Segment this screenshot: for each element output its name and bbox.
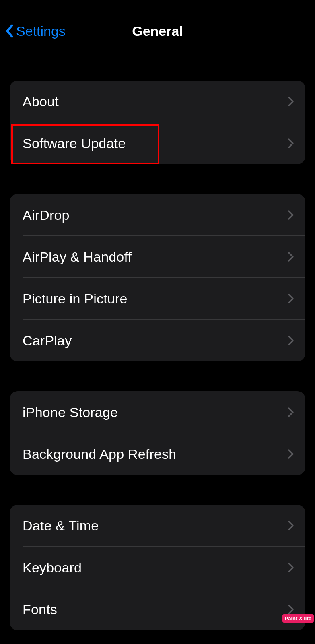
row-label: AirDrop (23, 207, 70, 223)
row-airplay-handoff[interactable]: AirPlay & Handoff (10, 236, 305, 278)
chevron-right-icon (288, 252, 294, 262)
page-title: General (132, 23, 183, 39)
row-label: Software Update (23, 136, 126, 151)
row-label: CarPlay (23, 333, 72, 349)
settings-group-2: AirDrop AirPlay & Handoff Picture in Pic… (10, 194, 305, 361)
back-label: Settings (16, 23, 66, 39)
settings-content: About Software Update AirDrop AirPlay & … (0, 80, 315, 630)
row-label: Keyboard (23, 560, 82, 576)
chevron-right-icon (288, 210, 294, 220)
chevron-right-icon (288, 407, 294, 417)
row-label: iPhone Storage (23, 405, 118, 420)
chevron-right-icon (288, 604, 294, 615)
row-label: About (23, 94, 59, 109)
row-date-time[interactable]: Date & Time (10, 505, 305, 547)
row-label: Fonts (23, 602, 57, 617)
row-iphone-storage[interactable]: iPhone Storage (10, 391, 305, 433)
navigation-bar: Settings General (0, 13, 315, 49)
settings-group-3: iPhone Storage Background App Refresh (10, 391, 305, 475)
settings-group-4: Date & Time Keyboard Fonts (10, 505, 305, 630)
row-software-update[interactable]: Software Update (10, 122, 305, 164)
row-keyboard[interactable]: Keyboard (10, 547, 305, 588)
chevron-right-icon (288, 138, 294, 149)
chevron-right-icon (288, 562, 294, 573)
row-fonts[interactable]: Fonts (10, 588, 305, 630)
watermark-badge: Paint X lite (282, 614, 314, 623)
chevron-right-icon (288, 293, 294, 304)
settings-group-1: About Software Update (10, 80, 305, 164)
row-label: Date & Time (23, 518, 99, 534)
chevron-right-icon (288, 520, 294, 531)
chevron-left-icon (5, 24, 14, 38)
row-label: Picture in Picture (23, 291, 128, 307)
row-picture-in-picture[interactable]: Picture in Picture (10, 278, 305, 320)
row-airdrop[interactable]: AirDrop (10, 194, 305, 236)
row-label: AirPlay & Handoff (23, 249, 132, 265)
row-about[interactable]: About (10, 80, 305, 122)
chevron-right-icon (288, 335, 294, 346)
row-label: Background App Refresh (23, 446, 176, 462)
row-carplay[interactable]: CarPlay (10, 320, 305, 361)
chevron-right-icon (288, 96, 294, 107)
back-button[interactable]: Settings (0, 23, 66, 39)
chevron-right-icon (288, 449, 294, 459)
row-background-app-refresh[interactable]: Background App Refresh (10, 433, 305, 475)
